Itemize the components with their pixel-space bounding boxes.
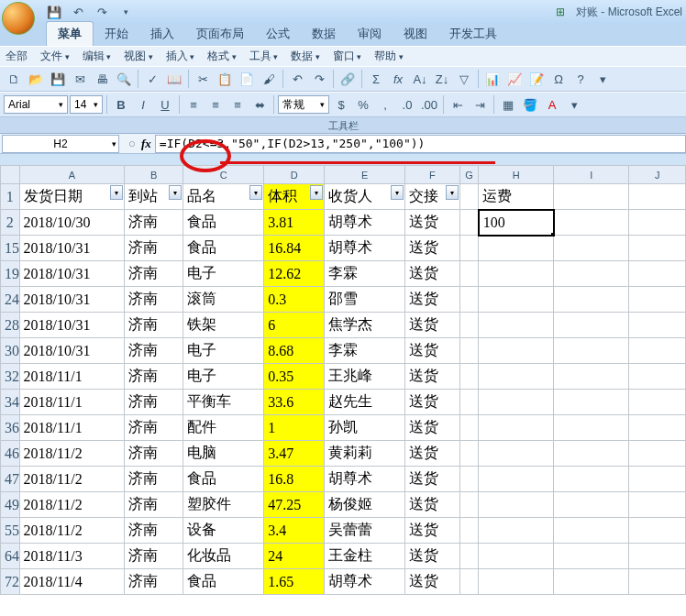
help-icon[interactable]: ? — [570, 69, 591, 89]
cell[interactable]: 1 — [264, 415, 325, 441]
sum-icon[interactable]: Σ — [366, 69, 386, 89]
cell[interactable] — [479, 364, 554, 390]
column-header-E[interactable]: E — [324, 166, 404, 184]
cell[interactable]: 12.62 — [264, 261, 325, 287]
name-box[interactable]: H2 ▾ — [2, 135, 119, 153]
cell[interactable] — [629, 210, 686, 236]
cell[interactable]: 0.35 — [264, 364, 325, 390]
cell[interactable]: 济南 — [125, 287, 183, 313]
cell[interactable]: 3.4 — [264, 518, 325, 544]
row-header[interactable]: 1 — [1, 184, 20, 210]
cell[interactable]: 胡尊术 — [324, 467, 404, 492]
cell[interactable] — [459, 390, 479, 415]
cell[interactable] — [554, 313, 629, 338]
cell[interactable]: 2018/11/3 — [19, 544, 125, 569]
cell[interactable] — [459, 544, 479, 569]
cell[interactable]: 送货 — [405, 544, 460, 569]
cell[interactable]: 济南 — [125, 236, 183, 261]
row-header[interactable]: 55 — [1, 518, 20, 544]
cell[interactable]: 食品 — [183, 236, 264, 261]
menu-item-7[interactable]: 数据 — [291, 49, 320, 64]
cell[interactable] — [554, 492, 629, 518]
header-cell-handover[interactable]: 交接▾ — [405, 184, 460, 210]
row-header[interactable]: 32 — [1, 364, 20, 390]
formula-input[interactable]: =IF(D2<=3,"50",IF(D2>13,"250","100")) — [155, 135, 686, 153]
cell[interactable] — [479, 441, 554, 467]
cell[interactable] — [459, 210, 479, 236]
cell[interactable] — [459, 236, 479, 261]
column-header-I[interactable]: I — [554, 166, 629, 184]
save-icon[interactable]: 💾 — [48, 69, 68, 89]
cell[interactable] — [554, 467, 629, 492]
filter-icon[interactable]: ▾ — [310, 185, 323, 200]
spell-icon[interactable]: ✓ — [142, 69, 162, 89]
cell[interactable]: 黄莉莉 — [324, 441, 404, 467]
column-header-B[interactable]: B — [125, 166, 183, 184]
column-header-C[interactable]: C — [183, 166, 264, 184]
column-header-D[interactable]: D — [264, 166, 325, 184]
ribbon-tab-8[interactable]: 开发工具 — [438, 22, 508, 46]
header-cell-fee[interactable]: 运费 — [479, 184, 554, 210]
cell[interactable]: 2018/10/31 — [19, 287, 125, 313]
new-icon[interactable]: 🗋 — [4, 69, 24, 89]
cell[interactable]: 李霖 — [324, 261, 404, 287]
cell[interactable]: 济南 — [125, 441, 183, 467]
cell[interactable]: 平衡车 — [183, 390, 264, 415]
cell[interactable]: 胡尊术 — [324, 210, 404, 236]
cell[interactable] — [554, 390, 629, 415]
cell[interactable] — [479, 518, 554, 544]
menu-item-0[interactable]: 全部 — [6, 49, 28, 64]
cell[interactable]: 滚筒 — [183, 287, 264, 313]
cell[interactable]: 胡尊术 — [324, 569, 404, 595]
cell[interactable]: 2018/10/31 — [19, 338, 125, 364]
cell[interactable] — [459, 313, 479, 338]
cell[interactable]: 送货 — [405, 569, 460, 595]
cell[interactable] — [459, 287, 479, 313]
cell[interactable]: 送货 — [405, 415, 460, 441]
cell[interactable] — [629, 261, 686, 287]
cell[interactable]: 送货 — [405, 467, 460, 492]
filter-icon[interactable]: ▾ — [110, 185, 123, 200]
column-header-G[interactable]: G — [459, 166, 479, 184]
cell[interactable]: 食品 — [183, 210, 264, 236]
cell[interactable] — [629, 544, 686, 569]
cell[interactable]: 济南 — [125, 313, 183, 338]
cell[interactable]: 送货 — [405, 261, 460, 287]
cell[interactable]: 2018/11/2 — [19, 492, 125, 518]
cell[interactable]: 焦学杰 — [324, 313, 404, 338]
cell[interactable] — [459, 569, 479, 595]
cell[interactable]: 2018/10/30 — [19, 210, 125, 236]
align-center-icon[interactable]: ≡ — [205, 94, 226, 115]
bold-icon[interactable]: B — [111, 94, 131, 115]
undo-icon[interactable]: ↶ — [68, 2, 88, 22]
sort-desc-icon[interactable]: Z↓ — [432, 69, 452, 89]
cell[interactable] — [479, 544, 554, 569]
cell[interactable] — [459, 492, 479, 518]
filter-icon[interactable]: ▾ — [391, 185, 404, 200]
spreadsheet-grid[interactable]: ABCDEFGHIJ 1 发货日期▾ 到站▾ 品名▾ 体积▾ 收货人▾ 交接▾ … — [0, 165, 686, 616]
align-left-icon[interactable]: ≡ — [183, 94, 204, 115]
cell[interactable]: 送货 — [405, 287, 460, 313]
cell[interactable] — [459, 441, 479, 467]
cell[interactable]: 王金柱 — [324, 544, 404, 569]
cell[interactable] — [479, 261, 554, 287]
row-header[interactable]: 72 — [1, 569, 20, 595]
merge-icon[interactable]: ⬌ — [249, 94, 270, 115]
cell[interactable] — [554, 236, 629, 261]
cell[interactable]: 济南 — [125, 467, 183, 492]
cell[interactable]: 3.47 — [264, 441, 325, 467]
menu-item-8[interactable]: 窗口 — [333, 49, 362, 64]
menu-item-1[interactable]: 文件 — [40, 49, 70, 64]
cell[interactable] — [554, 210, 629, 236]
cell[interactable] — [554, 364, 629, 390]
cell[interactable]: 6 — [264, 313, 325, 338]
cell[interactable]: 1.65 — [264, 569, 325, 595]
cell[interactable]: 济南 — [125, 492, 183, 518]
sort-asc-icon[interactable]: A↓ — [410, 69, 430, 89]
cell[interactable] — [629, 364, 686, 390]
cell[interactable]: 2018/11/2 — [19, 518, 125, 544]
cell[interactable]: 济南 — [125, 518, 183, 544]
cell[interactable]: 送货 — [405, 518, 460, 544]
menu-item-3[interactable]: 视图 — [124, 49, 153, 64]
ribbon-tab-4[interactable]: 公式 — [255, 22, 301, 46]
